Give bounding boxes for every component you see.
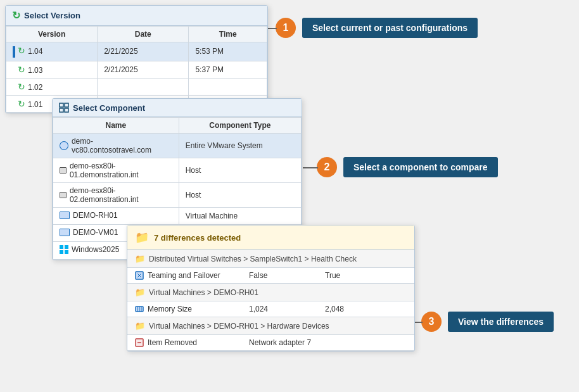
- component-type-cell: Host: [179, 158, 301, 183]
- component-name-cell: DEMO-RH01: [53, 208, 179, 225]
- component-name: DEMO-RH01: [73, 211, 118, 220]
- version-panel-title-text: Select Version: [24, 11, 80, 20]
- folder-icon-summary: 📁: [135, 231, 149, 244]
- component-panel-title-text: Select Component: [73, 103, 145, 113]
- diff-data-row: Teaming and Failover False True: [127, 268, 414, 284]
- removed-icon: [135, 338, 144, 347]
- diff-old-value: False: [249, 271, 325, 280]
- diff-content: 📁 Distributed Virtual Switches > SampleS…: [127, 250, 414, 351]
- component-row[interactable]: demo-esx80i-01.demonstration.intHost: [53, 158, 302, 183]
- version-row[interactable]: ↻1.042/21/20255:53 PM: [6, 42, 267, 61]
- svg-rect-7: [65, 250, 68, 254]
- step1-badge: 1: [276, 18, 296, 38]
- version-date: 2/21/2025: [98, 42, 189, 61]
- folder-icon: 📁: [135, 288, 145, 297]
- diff-old-value: 1,024: [249, 305, 325, 313]
- component-row[interactable]: demo-vc80.contosotravel.comEntire VMware…: [53, 134, 302, 158]
- diff-data-row: Item Removed Network adapter 7: [127, 335, 414, 351]
- step2-label: Select a component to compare: [343, 157, 498, 177]
- step1-callout: 1 Select current or past configurations: [276, 18, 478, 38]
- step3-callout: 3 View the differences: [421, 312, 554, 332]
- svg-rect-0: [60, 103, 63, 107]
- diff-name-cell: Memory Size: [135, 305, 249, 313]
- component-row[interactable]: DEMO-RH01Virtual Machine: [53, 208, 302, 225]
- col-time: Time: [189, 27, 267, 42]
- connector2: [303, 167, 318, 168]
- diff-summary: 📁 7 differences detected: [127, 225, 414, 250]
- host-icon: [60, 167, 67, 174]
- diff-folder-row: 📁 Virtual Machines > DEMO-RH01: [127, 284, 414, 301]
- host-icon: [60, 192, 67, 198]
- diff-panel: 📁 7 differences detected 📁 Distributed V…: [127, 225, 415, 351]
- version-cell: ↻1.03: [6, 61, 98, 78]
- version-panel-title: ↻ Select Version: [6, 6, 267, 26]
- component-name: demo-esx80i-01.demonstration.int: [70, 161, 172, 179]
- diff-name-cell: Teaming and Failover: [135, 271, 249, 280]
- diff-item-name: Teaming and Failover: [148, 271, 220, 280]
- svg-rect-6: [60, 250, 63, 254]
- version-number: 1.01: [28, 100, 42, 109]
- refresh-icon: ↻: [12, 9, 20, 22]
- refresh-icon: ↻: [18, 99, 25, 109]
- refresh-icon: ↻: [18, 65, 25, 75]
- refresh-icon: ↻: [18, 46, 25, 56]
- component-name: demo-vc80.contosotravel.com: [72, 137, 172, 155]
- version-number: 1.02: [28, 83, 42, 92]
- component-name: Windows2025: [72, 245, 119, 254]
- component-name: demo-esx80i-02.demonstration.int: [70, 186, 172, 204]
- col-version: Version: [6, 27, 98, 42]
- version-time: [189, 78, 267, 95]
- selected-bar: [13, 46, 15, 58]
- version-row[interactable]: ↻1.032/21/20255:37 PM: [6, 61, 267, 78]
- svg-rect-3: [65, 108, 68, 112]
- version-panel: ↻ Select Version Version Date Time ↻1.04…: [5, 5, 268, 113]
- component-name-cell: demo-vc80.contosotravel.com: [53, 134, 179, 158]
- version-time: 5:53 PM: [189, 42, 267, 61]
- version-cell: ↻1.04: [6, 42, 98, 61]
- diff-item-name: Memory Size: [148, 305, 192, 313]
- component-name-cell: demo-esx80i-01.demonstration.int: [53, 158, 179, 183]
- diff-new-value: 2,048: [325, 305, 401, 313]
- monitor-icon: [60, 212, 70, 219]
- monitor-icon: [60, 229, 70, 236]
- version-row[interactable]: ↻1.02: [6, 78, 267, 95]
- grid-icon: [59, 103, 69, 113]
- version-number: 1.03: [28, 66, 42, 75]
- step2-callout: 2 Select a component to compare: [317, 157, 498, 177]
- component-panel-title: Select Component: [53, 99, 302, 117]
- diff-old-value: Network adapter 7: [249, 338, 325, 347]
- diff-item-name: Item Removed: [148, 338, 197, 347]
- diff-data-row: Memory Size 1,024 2,048: [127, 301, 414, 317]
- component-type-cell: Virtual Machine: [179, 208, 301, 225]
- step3-label: View the differences: [448, 312, 554, 332]
- version-time: 5:37 PM: [189, 61, 267, 78]
- diff-folder-row: 📁 Virtual Machines > DEMO-RH01 > Hardwar…: [127, 317, 414, 335]
- component-name-cell: demo-esx80i-02.demonstration.int: [53, 183, 179, 208]
- folder-icon: 📁: [135, 321, 145, 331]
- version-number: 1.04: [28, 47, 42, 56]
- diff-summary-text: 7 differences detected: [154, 233, 241, 243]
- memory-icon: [135, 305, 144, 313]
- connector3: [415, 322, 423, 323]
- component-type-cell: Host: [179, 183, 301, 208]
- svg-rect-4: [60, 245, 63, 249]
- globe-icon: [60, 141, 68, 150]
- component-row[interactable]: demo-esx80i-02.demonstration.intHost: [53, 183, 302, 208]
- windows-icon: [60, 245, 68, 254]
- col-name: Name: [53, 118, 179, 134]
- diff-path: Virtual Machines > DEMO-RH01: [149, 288, 258, 297]
- diff-folder-row: 📁 Distributed Virtual Switches > SampleS…: [127, 250, 414, 268]
- refresh-icon: ↻: [18, 82, 25, 92]
- col-type: Component Type: [179, 118, 301, 134]
- folder-icon: 📁: [135, 254, 145, 263]
- svg-rect-5: [65, 245, 68, 249]
- svg-rect-1: [65, 103, 68, 107]
- network-icon: [135, 271, 144, 280]
- version-date: 2/21/2025: [98, 61, 189, 78]
- component-type-cell: Entire VMware System: [179, 134, 301, 158]
- component-name: DEMO-VM01: [73, 228, 118, 237]
- diff-new-value: True: [325, 271, 401, 280]
- diff-path: Distributed Virtual Switches > SampleSwi…: [149, 255, 357, 263]
- svg-rect-2: [60, 108, 63, 112]
- step3-badge: 3: [421, 312, 442, 332]
